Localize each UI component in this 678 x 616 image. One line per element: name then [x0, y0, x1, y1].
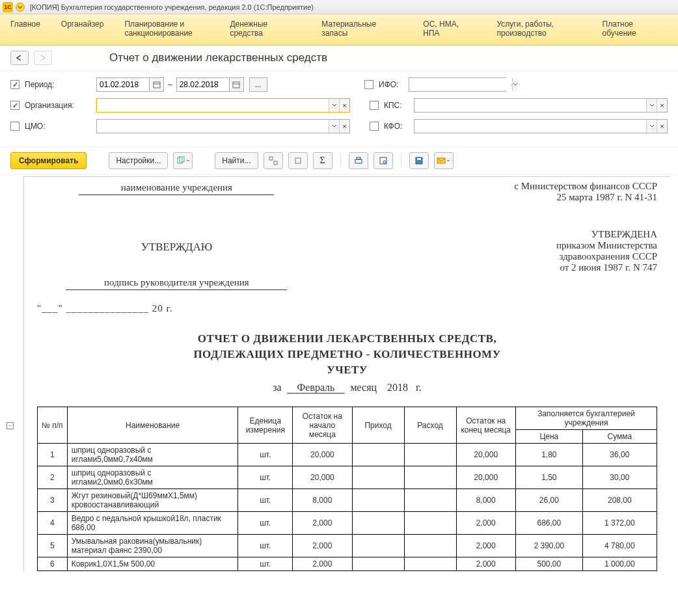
- menu-education[interactable]: Платное обучение: [603, 20, 668, 38]
- org-input[interactable]: [97, 99, 329, 112]
- collapse-icon[interactable]: [288, 152, 308, 169]
- email-icon[interactable]: [434, 152, 454, 169]
- cell-end: 2,000: [456, 557, 515, 571]
- cmo-input[interactable]: [97, 120, 329, 133]
- sign-label: подпись руководителя учреждения: [104, 277, 249, 288]
- cell-price: 1,50: [515, 466, 582, 489]
- cell-sum: 1 000,00: [582, 557, 657, 571]
- nav-row: Отчет о движении лекарственных средств: [0, 46, 678, 71]
- org-clear-button[interactable]: ×: [339, 99, 349, 112]
- data-table: № п/п Наименование Еденица измерения Ост…: [37, 407, 657, 571]
- kfo-input[interactable]: [414, 120, 646, 133]
- period-from-calendar-icon[interactable]: [150, 77, 164, 92]
- back-button[interactable]: [10, 51, 29, 65]
- kps-clear-button[interactable]: ×: [657, 99, 667, 112]
- app-logo-icon: 1C: [3, 2, 13, 12]
- find-button[interactable]: Найти...: [215, 152, 258, 169]
- month-row: за Февраль месяц 2018 г.: [37, 382, 657, 394]
- report-title-3: УЧЕТУ: [37, 364, 657, 377]
- th-price: Цена: [515, 430, 582, 444]
- period-more-button[interactable]: ...: [249, 77, 267, 92]
- cmo-checkbox[interactable]: [10, 122, 20, 131]
- kfo-checkbox[interactable]: [370, 122, 379, 131]
- chevron-down-icon[interactable]: [329, 120, 339, 133]
- svg-rect-6: [269, 157, 273, 160]
- ifo-checkbox[interactable]: [364, 80, 373, 89]
- org-select[interactable]: ×: [96, 98, 350, 113]
- generate-button[interactable]: Сформировать: [10, 152, 87, 169]
- cell-unit: шт.: [238, 512, 293, 535]
- collapse-toggle[interactable]: −: [7, 422, 14, 429]
- svg-rect-7: [274, 161, 277, 165]
- period-from-input[interactable]: [96, 77, 150, 92]
- save-icon[interactable]: [409, 152, 429, 169]
- sigma-icon[interactable]: Σ: [313, 152, 332, 169]
- table-row[interactable]: 6Коврик1,0Х1,5м 500,00шт.2,0002,000500,0…: [38, 557, 657, 571]
- ifo-input[interactable]: [409, 78, 512, 91]
- cell-out: [404, 512, 456, 535]
- right-top-1: с Министерством финансов СССР: [378, 181, 657, 192]
- kfo-select[interactable]: ×: [414, 119, 668, 133]
- cell-in: [352, 557, 404, 571]
- settings-button[interactable]: Настройки...: [109, 152, 168, 169]
- menu-assets[interactable]: ОС, НМА, НПА: [423, 20, 476, 38]
- cell-num: 3: [38, 489, 68, 512]
- kps-checkbox[interactable]: [370, 101, 379, 110]
- svg-rect-8: [295, 158, 301, 163]
- expand-icon[interactable]: [264, 152, 283, 169]
- menu-organizer[interactable]: Органайзер: [61, 20, 104, 29]
- cell-unit: шт.: [238, 535, 293, 557]
- chevron-down-icon[interactable]: [646, 120, 657, 133]
- menu-services[interactable]: Услуги, работы, производство: [497, 20, 582, 38]
- report-toolbar: Сформировать Настройки... Найти... Σ: [0, 146, 678, 175]
- org-label: Организация:: [25, 101, 75, 110]
- table-row[interactable]: 2шприц одноразовый с иглами2,0мм0,6х30мм…: [38, 466, 657, 489]
- cell-sum: 1 372,00: [582, 512, 657, 535]
- period-to-calendar-icon[interactable]: [230, 77, 244, 92]
- cmo-clear-button[interactable]: ×: [339, 120, 349, 133]
- th-num: № п/п: [38, 407, 68, 444]
- titlebar-dropdown-button[interactable]: [16, 3, 25, 12]
- cmo-label: ЦМО:: [25, 122, 75, 131]
- cell-in: [352, 535, 404, 557]
- cell-end: 2,000: [456, 512, 515, 535]
- chevron-down-icon[interactable]: [329, 99, 339, 112]
- kfo-clear-button[interactable]: ×: [657, 120, 667, 133]
- menu-main[interactable]: Главное: [10, 20, 40, 29]
- copy-settings-button[interactable]: [173, 152, 193, 169]
- cell-price: 26,00: [515, 489, 582, 512]
- svg-point-12: [383, 161, 386, 163]
- cell-unit: шт.: [238, 557, 293, 571]
- org-checkbox[interactable]: [10, 101, 20, 110]
- menu-materials[interactable]: Материальные запасы: [321, 20, 402, 38]
- kps-input[interactable]: [414, 99, 646, 112]
- period-checkbox[interactable]: [10, 80, 20, 89]
- cell-start: 8,000: [293, 489, 352, 512]
- table-row[interactable]: 5Умывальная раковина(умывальник) материа…: [38, 535, 657, 557]
- kps-select[interactable]: ×: [414, 98, 668, 113]
- period-label: Период:: [25, 80, 75, 89]
- approve-word: УТВЕРЖДАЮ: [37, 241, 316, 254]
- ifo-select[interactable]: [409, 77, 506, 92]
- right-mid-2: приказом Министерства: [378, 240, 657, 251]
- svg-rect-9: [355, 159, 362, 163]
- cell-out: [404, 489, 456, 512]
- cmo-select[interactable]: ×: [96, 119, 350, 133]
- print-icon[interactable]: [349, 152, 368, 169]
- preview-icon[interactable]: [373, 152, 393, 169]
- right-mid-3: здравоохранения СССР: [378, 251, 657, 262]
- chevron-down-icon[interactable]: [512, 78, 518, 91]
- period-to-input[interactable]: [176, 77, 230, 92]
- cell-num: 4: [38, 512, 68, 535]
- filters-panel: Период: – ... ИФО: Организация: × КПС:: [0, 71, 678, 146]
- page-title: Отчет о движении лекарственных средств: [109, 51, 327, 64]
- table-row[interactable]: 1шприц одноразовый с иглами5,0мм0,7х40мм…: [38, 444, 657, 466]
- forward-button[interactable]: [34, 51, 52, 65]
- table-row[interactable]: 3Жгут резиновый(Д*Ш69ммХ1,5мм) кровооста…: [38, 489, 657, 512]
- table-row[interactable]: 4Ведро с педальной крышкой18л, пластик 6…: [38, 512, 657, 535]
- menu-funds[interactable]: Денежные средства: [230, 20, 301, 38]
- cell-price: 686,00: [515, 512, 582, 535]
- chevron-down-icon[interactable]: [646, 99, 657, 112]
- cell-start: 20,000: [293, 444, 352, 466]
- menu-planning[interactable]: Планирование и санкционирование: [124, 20, 209, 38]
